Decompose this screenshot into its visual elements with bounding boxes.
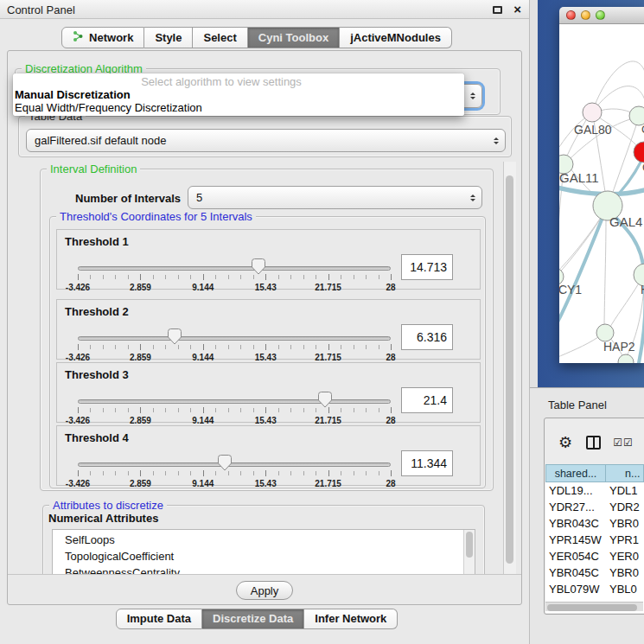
cell[interactable]: YDL1 [606,484,644,497]
table-data-combo[interactable]: galFiltered.sif default node [26,129,506,152]
network-icon [73,30,84,44]
tab-infer-network[interactable]: Infer Network [304,609,398,629]
slider-track[interactable] [78,336,391,341]
scrollbar-thumb[interactable] [547,604,637,611]
tab-style[interactable]: Style [144,27,193,48]
column-header-shared-name[interactable]: shared... [545,464,606,482]
select-columns-checkboxes-icon[interactable]: ☑☑ [613,437,634,449]
table-data-group: Table Data galFiltered.sif default node [18,116,512,157]
zoom-traffic-light-icon[interactable] [596,10,605,20]
tick-label: 15.43 [255,283,277,292]
group-title: Attributes to discretize [49,499,167,512]
threshold-slider[interactable]: -3.426 2.859 9.144 15.43 21.715 28 [78,265,391,292]
list-item[interactable]: BetweennessCentrality [53,564,475,574]
list-item[interactable]: TopologicalCoefficient [53,548,475,564]
node-label: GAL80 [574,123,612,137]
settings-scrollpane: Interval Definition Number of Intervals … [13,162,516,574]
cell[interactable]: YBR0 [606,517,644,530]
dropdown-hint: Select algorithm to view settings [13,75,430,88]
num-intervals-combo[interactable]: 5 [188,186,482,209]
node-gal80 [583,103,602,122]
tab-impute-data[interactable]: Impute Data [116,609,202,629]
table-row[interactable]: YDR27...YDR2 [545,499,644,515]
tab-network[interactable]: Network [61,27,144,48]
tab-select[interactable]: Select [193,27,247,48]
node-label: GAL11 [559,170,599,185]
attributes-group: Attributes to discretize Numerical Attri… [42,505,485,574]
threshold-value-field[interactable]: 14.713 [401,254,453,280]
close-traffic-light-icon[interactable] [566,10,576,20]
slider-track[interactable] [78,462,391,467]
table-toolbar: ⚙ ☑☑ [545,425,644,460]
tab-jactivemnodules[interactable]: jActiveMNodules [340,27,452,48]
gear-icon[interactable]: ⚙ [558,435,572,450]
slider-track[interactable] [78,266,391,271]
float-window-icon[interactable] [493,6,502,14]
network-window-titlebar[interactable] [559,7,644,24]
threshold-slider[interactable]: -3.426 2.859 9.144 15.43 21.715 28 [78,335,391,362]
tab-discretize-data[interactable]: Discretize Data [202,609,304,629]
table-row[interactable]: YPR145WYPR1 [545,532,644,548]
cell[interactable]: YBR045C [545,566,606,579]
tab-cyni-toolbox[interactable]: Cyni Toolbox [248,27,340,48]
minimize-traffic-light-icon[interactable] [581,10,590,20]
threshold-slider[interactable]: -3.426 2.859 9.144 15.43 21.715 28 [78,461,391,488]
slider-thumb[interactable] [218,455,233,471]
slider-ticks [78,408,391,412]
cell[interactable]: YPR1 [606,533,644,546]
cell[interactable]: YDL19... [545,484,606,497]
tick-label: 2.859 [130,416,151,425]
tick-label: 9.144 [192,416,214,425]
network-canvas[interactable]: GAL80 GA C GAL11 GAL4 GCY1 H HAP2 [559,24,644,363]
threshold-slider[interactable]: -3.426 2.859 9.144 15.43 21.715 28 [78,398,391,425]
cell[interactable]: YBR043C [545,517,606,530]
table-row[interactable]: YBR043CYBR0 [545,515,644,532]
interval-definition-group: Interval Definition Number of Intervals … [40,169,494,491]
cell[interactable]: YER054C [545,550,606,563]
scrollbar-thumb[interactable] [506,175,513,564]
table-row[interactable]: YER054CYER0 [545,548,644,564]
vertical-scrollbar[interactable] [503,162,516,574]
table-row[interactable]: YDL19...YDL1 [545,482,644,499]
tab-label: jActiveMNodules [350,31,441,44]
cell[interactable]: YDR2 [606,501,644,513]
cell[interactable]: YBL0 [606,583,644,596]
table-row[interactable]: YBL079WYBL0 [545,581,644,597]
threshold-label: Threshold 4 [65,431,129,444]
panel-title: Control Panel [7,3,75,16]
cell[interactable]: YBR0 [606,566,644,579]
cell[interactable]: YER0 [606,550,644,563]
slider-track[interactable] [78,399,391,404]
horizontal-scrollbar[interactable] [545,602,643,611]
cell[interactable]: YDR27... [545,501,606,513]
apply-button[interactable]: Apply [236,581,293,600]
threshold-value-field[interactable]: 21.4 [401,387,453,413]
dropdown-option-manual[interactable]: Manual Discretization [15,88,131,101]
network-view-window[interactable]: GAL80 GA C GAL11 GAL4 GCY1 H HAP2 [559,7,644,363]
table-row[interactable]: YBR045CYBR0 [545,564,644,581]
close-icon[interactable]: × [513,2,521,16]
tick-label: 21.715 [315,353,341,362]
slider-thumb[interactable] [317,392,332,408]
numerical-attributes-list[interactable]: SelfLoops TopologicalCoefficient Between… [52,529,475,574]
list-scrollbar[interactable] [463,530,475,574]
cell[interactable]: YPR145W [545,533,606,546]
cell[interactable]: YBL079W [545,583,606,596]
tab-label: Style [155,31,182,44]
stepper-icon [470,194,475,201]
combo-value: 5 [196,191,202,204]
tick-label: 28 [386,416,395,425]
list-item[interactable]: SelfLoops [53,532,475,548]
top-tab-bar: Network Style Select Cyni Toolbox jActiv… [0,27,513,48]
num-intervals-label: Number of Intervals [75,192,181,205]
dropdown-option-equal-width[interactable]: Equal Width/Frequency Discretization [15,101,202,114]
node-label: HAP2 [603,340,635,354]
threshold-label: Threshold 3 [65,368,129,381]
slider-thumb[interactable] [168,328,182,345]
slider-thumb[interactable] [251,258,265,275]
column-header-name[interactable]: n... [606,464,644,482]
split-view-icon[interactable] [586,436,601,450]
slider-ticks [78,345,391,349]
threshold-value-field[interactable]: 6.316 [401,324,453,350]
threshold-value-field[interactable]: 11.344 [401,450,453,476]
